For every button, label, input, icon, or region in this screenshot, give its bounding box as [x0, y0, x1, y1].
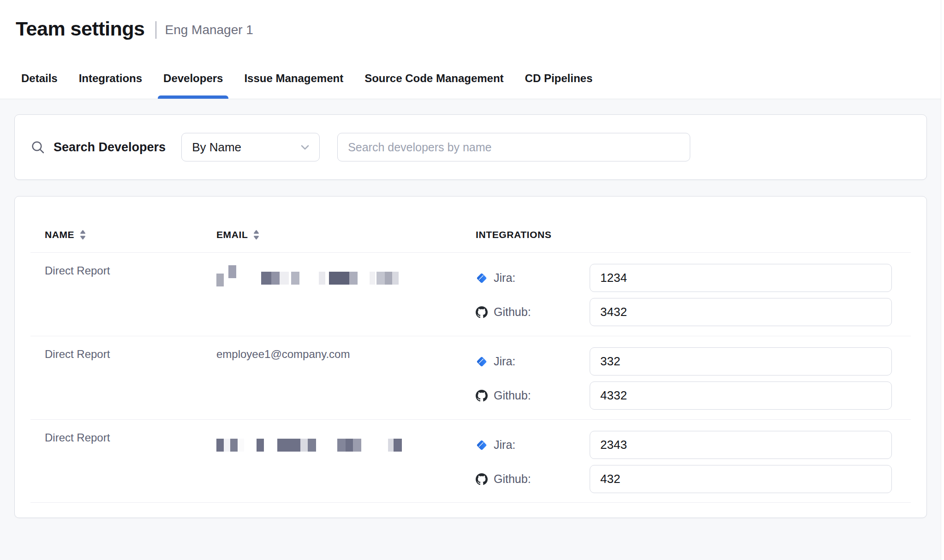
main-content: Search Developers By Name NAME — [0, 99, 944, 518]
github-id-input[interactable] — [590, 298, 892, 326]
github-icon — [476, 390, 488, 402]
chevron-down-icon — [301, 145, 309, 150]
tab-details[interactable]: Details — [16, 58, 63, 99]
developer-email-redacted — [216, 419, 476, 502]
developer-email: employee1@company.com — [216, 336, 476, 419]
column-header-integrations: INTEGRATIONS — [476, 229, 892, 240]
github-integration: Github: — [476, 381, 892, 410]
developer-name: Direct Report — [45, 252, 216, 336]
search-input[interactable] — [337, 133, 690, 161]
column-header-email[interactable]: EMAIL — [216, 229, 476, 240]
github-integration: Github: — [476, 298, 892, 326]
redacted-email — [216, 264, 476, 286]
github-label: Github: — [494, 472, 531, 486]
github-integration: Github: — [476, 465, 892, 493]
page-title: Team settings — [16, 18, 144, 40]
page-subtitle: Eng Manager 1 — [165, 23, 253, 37]
sort-icon[interactable] — [80, 230, 86, 240]
title-separator — [155, 21, 156, 39]
search-icon — [30, 140, 45, 155]
scrollbar[interactable] — [941, 0, 944, 560]
github-label: Github: — [494, 389, 531, 402]
jira-icon — [476, 439, 488, 451]
redacted-email — [216, 431, 476, 452]
github-id-input[interactable] — [590, 381, 892, 410]
jira-label: Jira: — [494, 355, 515, 368]
search-developers-card: Search Developers By Name — [14, 114, 927, 180]
tab-developers[interactable]: Developers — [158, 58, 228, 99]
jira-icon — [476, 356, 488, 368]
jira-id-input[interactable] — [590, 431, 892, 459]
jira-label: Jira: — [494, 438, 515, 452]
developer-name: Direct Report — [45, 336, 216, 419]
integrations-cell: Jira: Github: — [476, 419, 892, 502]
tabs-bar: Details Integrations Developers Issue Ma… — [0, 58, 944, 99]
github-id-input[interactable] — [590, 465, 892, 493]
table-row: Direct Report employee1@company.com — [15, 336, 926, 419]
jira-id-input[interactable] — [590, 347, 892, 375]
app-header: Team settings Eng Manager 1 Details Inte… — [0, 0, 944, 99]
jira-integration: Jira: — [476, 431, 892, 459]
integrations-cell: Jira: Github: — [476, 336, 892, 419]
sort-icon[interactable] — [253, 230, 259, 240]
column-header-name[interactable]: NAME — [45, 229, 216, 240]
table-header-row: NAME EMAIL INTEGRATIONS — [15, 197, 926, 252]
tab-integrations[interactable]: Integrations — [73, 58, 148, 99]
jira-integration: Jira: — [476, 347, 892, 375]
github-icon — [476, 473, 488, 485]
jira-label: Jira: — [494, 271, 515, 285]
table-row: Direct Report — [15, 252, 926, 336]
developer-name: Direct Report — [45, 419, 216, 502]
table-row: Direct Report — [15, 419, 926, 502]
integrations-cell: Jira: Github: — [476, 252, 892, 336]
search-filter-selected-value: By Name — [192, 140, 241, 155]
table-end-divider — [30, 502, 911, 503]
developers-table-card: NAME EMAIL INTEGRATIONS — [14, 196, 927, 518]
tab-cd-pipelines[interactable]: CD Pipelines — [520, 58, 598, 99]
github-label: Github: — [494, 305, 531, 319]
developer-email-redacted — [216, 252, 476, 336]
github-icon — [476, 306, 488, 318]
jira-id-input[interactable] — [590, 264, 892, 292]
jira-icon — [476, 272, 488, 284]
title-row: Team settings Eng Manager 1 — [0, 0, 944, 58]
jira-integration: Jira: — [476, 264, 892, 292]
search-developers-label: Search Developers — [54, 140, 166, 155]
tab-source-code-management[interactable]: Source Code Management — [359, 58, 509, 99]
search-filter-select[interactable]: By Name — [181, 133, 320, 161]
tab-issue-management[interactable]: Issue Management — [239, 58, 349, 99]
